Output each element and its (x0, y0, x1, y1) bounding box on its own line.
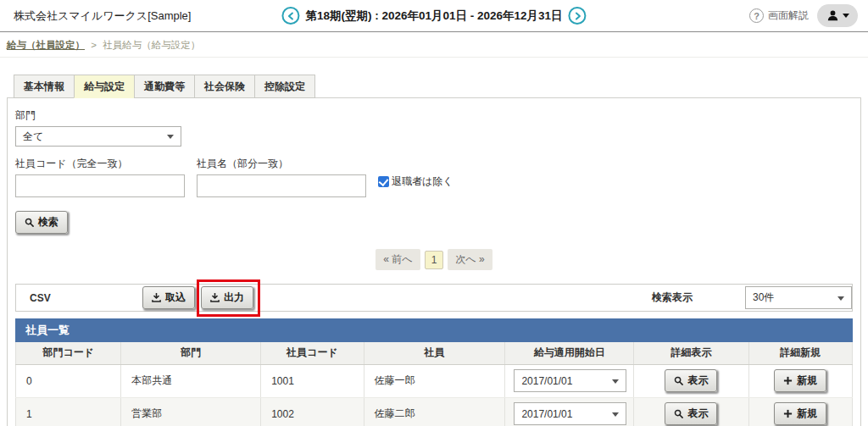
filter-row: 社員コード（完全一致） 社員名（部分一致） 退職者は除く (15, 157, 853, 197)
header-right-group: ? 画面解説 (749, 4, 858, 27)
department-field: 部門 全て (15, 108, 853, 147)
magnifier-icon (674, 409, 683, 418)
department-select[interactable]: 全て (15, 126, 181, 147)
new-detail-label: 新規 (797, 407, 817, 421)
screen-help-label: 画面解説 (768, 8, 809, 23)
start-date-value: 2017/01/01 (521, 408, 572, 420)
company-name: 株式会社スマイルワークス[Sample] (14, 8, 191, 24)
start-date-select[interactable]: 2017/01/01 (514, 369, 626, 392)
employee-code-field: 社員コード（完全一致） (15, 157, 185, 197)
plus-icon (783, 409, 793, 418)
chevron-left-icon (287, 12, 295, 20)
employee-name-field: 社員名（部分一致） (197, 157, 366, 197)
show-detail-button[interactable]: 表示 (665, 402, 717, 425)
cell-emp: 佐藤二郎 (364, 397, 505, 426)
content-panel: 部門 全て 社員コード（完全一致） 社員名（部分一致） 退職者は除く 検索 « … (7, 97, 861, 426)
csv-export-button[interactable]: 出力 (201, 286, 253, 309)
user-icon (826, 9, 839, 22)
col-dept: 部門 (121, 342, 261, 364)
new-detail-label: 新規 (797, 373, 817, 388)
employee-list-title: 社員一覧 (15, 318, 853, 342)
new-detail-button[interactable]: 新規 (774, 369, 826, 392)
employee-code-input[interactable] (15, 174, 185, 197)
breadcrumb-separator: > (91, 40, 97, 50)
col-start-date: 給与適用開始日 (505, 342, 634, 364)
csv-toolbar: CSV 取込 出力 検索表示 30件 (15, 284, 853, 312)
tab-deduction-settings[interactable]: 控除設定 (254, 75, 315, 98)
plus-icon (783, 376, 793, 385)
pagination-prev-button[interactable]: « 前へ (376, 249, 420, 270)
col-detail-show: 詳細表示 (634, 342, 748, 364)
table-row: 1 営業部 1002 佐藤二郎 2017/01/01 表示 (16, 397, 853, 426)
employee-table: 部門コード 部門 社員コード 社員 給与適用開始日 詳細表示 詳細新規 0 本部… (15, 342, 853, 426)
show-detail-button[interactable]: 表示 (665, 369, 717, 392)
breadcrumb-parent-link[interactable]: 給与（社員設定） (7, 40, 85, 50)
csv-export-wrap: 出力 (201, 286, 253, 309)
select-arrow-icon (612, 379, 619, 384)
cell-dept: 本部共通 (121, 364, 261, 397)
start-date-select[interactable]: 2017/01/01 (514, 402, 626, 425)
table-row: 0 本部共通 1001 佐藤一郎 2017/01/01 表示 (16, 364, 853, 397)
screen-help-link[interactable]: ? 画面解説 (749, 8, 809, 23)
cell-emp-code: 1002 (261, 397, 364, 426)
previous-period-button[interactable] (281, 7, 299, 25)
select-arrow-icon (837, 296, 844, 301)
cell-dept-code: 0 (16, 364, 121, 397)
employee-code-label: 社員コード（完全一致） (15, 157, 185, 171)
csv-buttons: 取込 出力 (142, 286, 253, 309)
employee-name-label: 社員名（部分一致） (197, 157, 366, 171)
display-count-value: 30件 (753, 290, 774, 305)
csv-export-label: 出力 (224, 290, 244, 305)
magnifier-icon (674, 376, 683, 385)
tab-social-insurance[interactable]: 社会保険 (194, 75, 255, 98)
search-button[interactable]: 検索 (15, 211, 68, 234)
tab-commute-expenses[interactable]: 通勤費等 (134, 75, 195, 98)
select-arrow-icon (167, 135, 174, 139)
col-emp-code: 社員コード (261, 342, 364, 364)
department-select-value: 全て (23, 130, 43, 144)
download-icon (210, 293, 220, 302)
new-detail-button[interactable]: 新規 (774, 402, 826, 425)
user-menu-button[interactable] (817, 4, 858, 27)
display-count-select[interactable]: 30件 (745, 286, 852, 309)
employee-list-section: 社員一覧 部門コード 部門 社員コード 社員 給与適用開始日 詳細表示 詳細新規 (15, 318, 853, 426)
start-date-value: 2017/01/01 (521, 375, 572, 387)
breadcrumb-current: 社員給与（給与設定） (103, 40, 200, 50)
next-period-button[interactable] (569, 7, 587, 25)
col-dept-code: 部門コード (16, 342, 121, 364)
question-icon: ? (749, 8, 764, 23)
display-count-label: 検索表示 (652, 290, 693, 305)
tab-basic-info[interactable]: 基本情報 (14, 75, 75, 98)
show-detail-label: 表示 (687, 407, 708, 421)
cell-emp: 佐藤一郎 (364, 364, 505, 397)
select-arrow-icon (612, 412, 619, 417)
download-icon (152, 293, 161, 302)
col-emp: 社員 (364, 342, 505, 364)
app-header: 株式会社スマイルワークス[Sample] 第18期(翌期) : 2026年01月… (0, 0, 868, 32)
csv-import-label: 取込 (165, 290, 186, 305)
table-header-row: 部門コード 部門 社員コード 社員 給与適用開始日 詳細表示 詳細新規 (16, 342, 853, 364)
tab-bar: 基本情報 給与設定 通勤費等 社会保険 控除設定 (14, 75, 868, 97)
fiscal-period-label: 第18期(翌期) : 2026年01月01日 - 2026年12月31日 (305, 8, 562, 24)
display-count-group: 検索表示 30件 (652, 286, 852, 309)
employee-name-input[interactable] (197, 174, 366, 197)
exclude-retired-checkbox[interactable]: 退職者は除く (378, 174, 453, 189)
breadcrumb: 給与（社員設定） > 社員給与（給与設定） (0, 32, 868, 58)
csv-import-button[interactable]: 取込 (142, 286, 195, 309)
magnifier-icon (25, 218, 34, 227)
caret-down-icon (843, 14, 849, 18)
fiscal-period-nav: 第18期(翌期) : 2026年01月01日 - 2026年12月31日 (281, 7, 586, 25)
department-label: 部門 (15, 108, 853, 123)
checkbox-checked-icon (378, 176, 389, 187)
show-detail-label: 表示 (687, 373, 708, 388)
cell-emp-code: 1001 (261, 364, 364, 397)
pagination: « 前へ 1 次へ » (15, 249, 853, 270)
search-button-label: 検索 (38, 215, 58, 230)
pagination-current-page[interactable]: 1 (425, 251, 444, 269)
exclude-retired-label: 退職者は除く (392, 174, 453, 189)
tab-salary-settings[interactable]: 給与設定 (74, 75, 135, 98)
chevron-right-icon (573, 12, 581, 20)
cell-dept-code: 1 (16, 397, 121, 426)
pagination-next-button[interactable]: 次へ » (448, 249, 492, 270)
col-detail-new: 詳細新規 (748, 342, 852, 364)
